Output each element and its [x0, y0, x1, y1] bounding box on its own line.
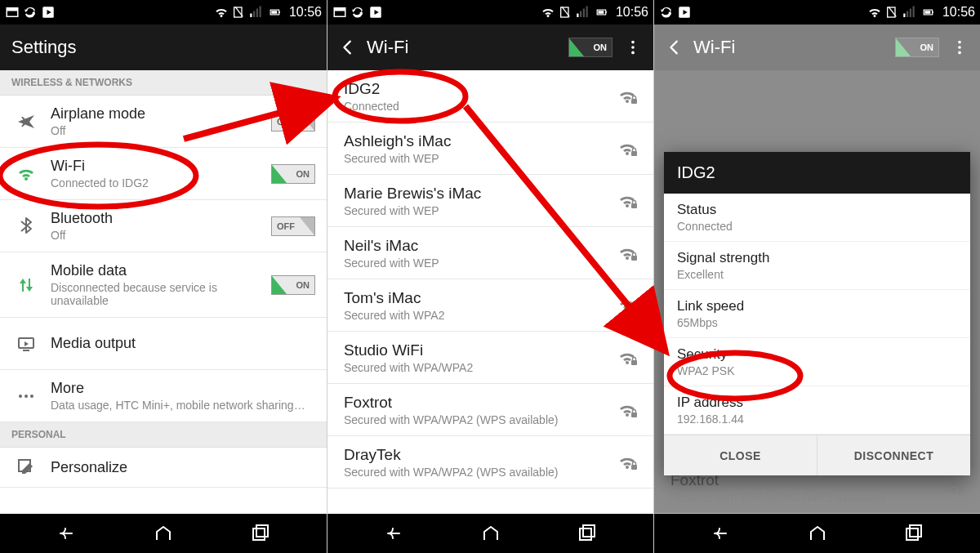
sb-sim-icon	[885, 6, 898, 19]
sb-sim-icon	[559, 6, 572, 19]
nav-home-icon[interactable]	[788, 519, 847, 548]
wifi-master-toggle[interactable]: ON	[568, 38, 612, 57]
status-time: 10:56	[616, 5, 648, 20]
sb-wifi-icon	[867, 5, 882, 20]
wifi-ssid: Foxtrot	[344, 394, 611, 412]
wifi-signal-icon	[617, 295, 639, 316]
wifi-signal-icon	[617, 399, 639, 421]
sb-wifi-icon	[541, 5, 555, 20]
wifi-ssid: Neil's iMac	[344, 237, 611, 255]
wifi-network-row[interactable]: FoxtrotSecured with WPA/WPA2 (WPS availa…	[327, 384, 653, 436]
nav-back-icon[interactable]	[692, 519, 751, 548]
wifi-network-row[interactable]: Tom's iMacSecured with WPA2	[327, 279, 653, 332]
sb-battery-icon	[593, 7, 611, 18]
disconnect-button[interactable]: DISCONNECT	[817, 435, 970, 475]
status-bar: 10:56	[654, 0, 980, 25]
nav-recent-icon[interactable]	[557, 519, 616, 548]
overflow-menu-icon	[951, 38, 969, 56]
airplane-icon	[11, 112, 41, 132]
detail-status: Status Connected	[664, 194, 970, 242]
wifi-security: Secured with WEP	[344, 204, 611, 217]
wifi-detail-dialog: IDG2 Status Connected Signal strength Ex…	[664, 152, 970, 475]
sb-sync-icon	[659, 5, 674, 20]
row-mobile-data[interactable]: Mobile data Disconnected because service…	[0, 252, 327, 318]
wifi-sub: Connected to IDG2	[51, 176, 265, 190]
wifi-security: Secured with WPA/WPA2	[344, 361, 611, 374]
wifi-network-row[interactable]: Neil's iMacSecured with WEP	[327, 227, 653, 279]
nav-home-icon[interactable]	[134, 519, 193, 548]
wifi-network-row[interactable]: Ashleigh's iMacSecured with WEP	[327, 123, 653, 175]
sb-sim-icon	[232, 6, 245, 19]
wifi-network-row[interactable]: IDG2Connected	[327, 70, 653, 123]
mobile-toggle[interactable]: ON	[271, 275, 315, 295]
wifi-master-toggle: ON	[895, 38, 939, 57]
wifi-signal-icon	[617, 347, 639, 368]
wifi-ssid: Ashleigh's iMac	[344, 132, 611, 150]
screen-wifi-detail: 10:56 Wi-Fi ON Foxtrot Secured with WPA/…	[653, 0, 980, 553]
sb-battery-icon	[266, 7, 284, 18]
wifi-signal-icon	[617, 243, 639, 264]
wifi-network-row[interactable]: Studio WiFiSecured with WPA/WPA2	[327, 332, 653, 384]
wifi-security: Secured with WPA/WPA2 (WPS available)	[344, 466, 611, 479]
screen-settings: 10:56 Settings WIRELESS & NETWORKS Airpl…	[0, 0, 327, 553]
detail-security: Security WPA2 PSK	[664, 338, 970, 386]
sb-signal-icon	[575, 5, 590, 20]
bt-title: Bluetooth	[51, 210, 265, 227]
sb-wifi-icon	[214, 5, 229, 20]
settings-titlebar: Settings	[0, 25, 327, 70]
wifi-header-title: Wi-Fi	[693, 37, 895, 58]
nav-back-icon[interactable]	[365, 519, 424, 548]
bluetooth-icon	[11, 216, 41, 236]
wifi-header-title: Wi-Fi	[367, 37, 568, 58]
wifi-toggle[interactable]: ON	[271, 164, 315, 184]
back-icon[interactable]	[339, 38, 357, 56]
section-personal: PERSONAL	[0, 422, 327, 448]
bt-toggle[interactable]: OFF	[271, 216, 315, 236]
soft-key-bar	[0, 514, 327, 553]
settings-content: WIRELESS & NETWORKS Airplane mode Off OF…	[0, 70, 327, 514]
airplane-toggle[interactable]: OFF	[271, 112, 315, 132]
wifi-icon	[11, 164, 41, 184]
nav-recent-icon[interactable]	[884, 519, 942, 548]
row-media-output[interactable]: Media output	[0, 318, 327, 370]
row-wifi[interactable]: Wi-Fi Connected to IDG2 ON	[0, 148, 327, 200]
wifi-signal-icon	[617, 190, 639, 212]
status-bar: 10:56	[0, 0, 327, 25]
wifi-ssid: Marie Brewis's iMac	[344, 185, 611, 203]
wifi-security: Secured with WPA/WPA2 (WPS available)	[670, 491, 938, 504]
row-personalize[interactable]: Personalize	[0, 448, 327, 488]
wifi-ssid: DrayTek	[344, 446, 611, 464]
row-more[interactable]: More Data usage, HTC Mini+, mobile netwo…	[0, 370, 327, 422]
row-airplane[interactable]: Airplane mode Off OFF	[0, 96, 327, 148]
more-sub: Data usage, HTC Mini+, mobile network sh…	[51, 399, 315, 412]
wifi-signal-icon	[617, 452, 639, 473]
wifi-networks-list: IDG2ConnectedAshleigh's iMacSecured with…	[327, 70, 653, 514]
soft-key-bar	[327, 514, 653, 553]
mobile-title: Mobile data	[51, 262, 265, 279]
status-bar: 10:56	[327, 0, 653, 25]
status-time: 10:56	[942, 5, 975, 20]
close-button[interactable]: CLOSE	[664, 435, 817, 475]
bt-sub: Off	[51, 229, 265, 242]
wifi-detail-content: Foxtrot Secured with WPA/WPA2 (WPS avail…	[654, 70, 980, 514]
nav-recent-icon[interactable]	[230, 519, 289, 548]
wifi-network-row[interactable]: DrayTekSecured with WPA/WPA2 (WPS availa…	[327, 436, 653, 488]
sb-play-icon	[368, 5, 383, 20]
more-title: More	[51, 380, 315, 397]
wifi-network-row[interactable]: Marie Brewis's iMacSecured with WEP	[327, 175, 653, 227]
sb-sync-icon	[350, 5, 365, 20]
nav-home-icon[interactable]	[461, 519, 520, 548]
wifi-security: Secured with WPA/WPA2 (WPS available)	[344, 413, 611, 426]
sb-recent-icon	[332, 5, 347, 20]
wifi-titlebar: Wi-Fi ON	[654, 25, 980, 70]
section-wireless: WIRELESS & NETWORKS	[0, 70, 327, 96]
detail-signal: Signal strength Excellent	[664, 242, 970, 290]
wifi-ssid: Studio WiFi	[344, 341, 611, 359]
wifi-signal-icon	[617, 138, 639, 159]
settings-title: Settings	[11, 37, 315, 58]
overflow-menu-icon[interactable]	[624, 38, 642, 56]
more-icon	[11, 386, 41, 406]
nav-back-icon[interactable]	[38, 519, 96, 548]
soft-key-bar	[654, 514, 980, 553]
row-bluetooth[interactable]: Bluetooth Off OFF	[0, 200, 327, 252]
